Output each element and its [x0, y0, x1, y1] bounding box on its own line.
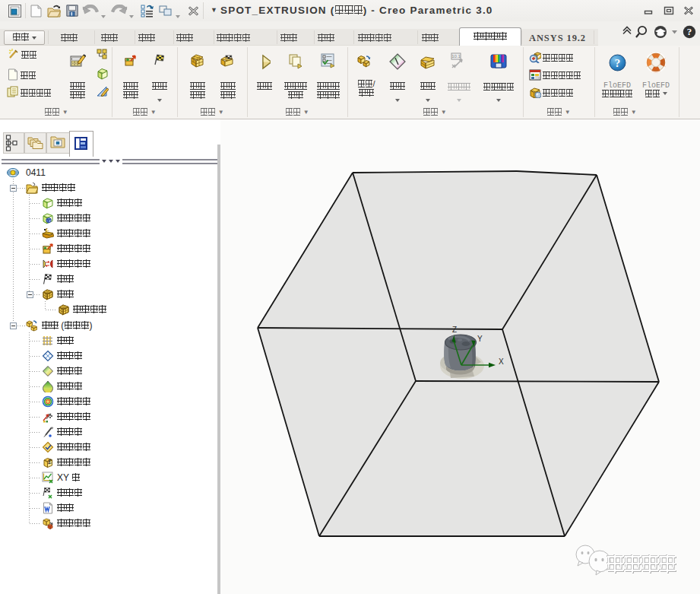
svg-text:X: X — [499, 357, 504, 366]
svg-text:10.1: 10.1 — [451, 54, 461, 59]
svg-text:?: ? — [687, 26, 692, 37]
svg-text:?: ? — [615, 57, 621, 69]
svg-text:Z: Z — [452, 326, 457, 334]
svg-text:Σ: Σ — [48, 458, 52, 465]
svg-text:Y: Y — [477, 335, 483, 343]
